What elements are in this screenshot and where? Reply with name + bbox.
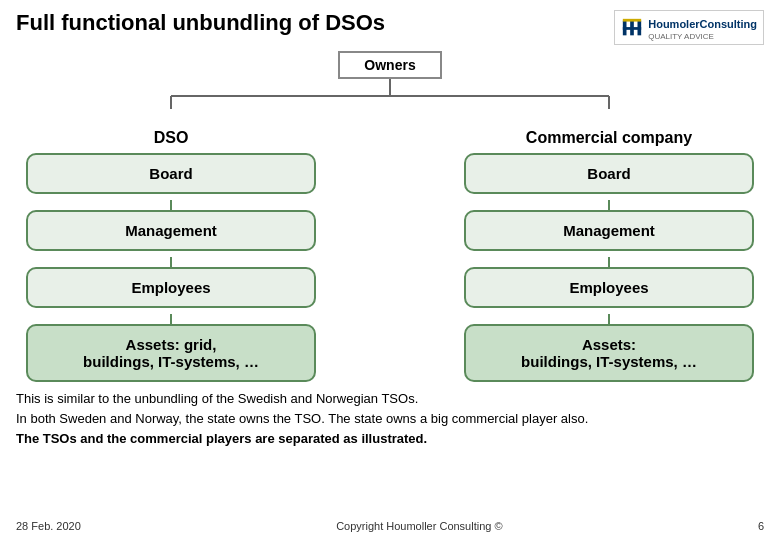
owners-label: Owners [364, 57, 415, 73]
page: Full functional unbundling of DSOs Houmo… [0, 0, 780, 540]
svg-rect-3 [623, 27, 641, 30]
dso-column: DSO Board Management Employees Ass [16, 129, 326, 388]
logo-icon [621, 17, 643, 39]
dso-employees-box: Employees [26, 267, 316, 308]
text-block-2: In both Sweden and Norway, the state own… [16, 410, 764, 428]
comm-board-label: Board [587, 165, 630, 182]
conn-right-2 [608, 257, 610, 267]
logo-name: HoumolerConsulting [648, 18, 757, 30]
dso-board-label: Board [149, 165, 192, 182]
dso-board-box: Board [26, 153, 316, 194]
text-section: This is similar to the unbundling of the… [16, 390, 764, 451]
footer: 28 Feb. 2020 Copyright Houmoller Consult… [16, 520, 764, 532]
dso-assets-box: Assets: grid,buildings, IT-systems, … [26, 324, 316, 382]
comm-employees-label: Employees [569, 279, 648, 296]
owners-area: Owners [16, 51, 764, 79]
logo: HoumolerConsulting QUALITY ADVICE [614, 10, 764, 45]
connector-line-3 [170, 314, 172, 324]
text-block-1: This is similar to the unbundling of the… [16, 390, 764, 408]
header: Full functional unbundling of DSOs Houmo… [16, 10, 764, 45]
commercial-label: Commercial company [526, 129, 692, 147]
text-block-3: The TSOs and the commercial players are … [16, 430, 764, 448]
comm-board-box: Board [464, 153, 754, 194]
owners-box: Owners [338, 51, 441, 79]
two-columns: DSO Board Management Employees Ass [16, 129, 764, 388]
comm-assets-box: Assets:buildings, IT-systems, … [464, 324, 754, 382]
connector-line-2 [170, 257, 172, 267]
dso-management-box: Management [26, 210, 316, 251]
comm-management-box: Management [464, 210, 754, 251]
footer-copyright: Copyright Houmoller Consulting © [336, 520, 502, 532]
footer-date: 28 Feb. 2020 [16, 520, 81, 532]
comm-management-label: Management [563, 222, 655, 239]
footer-page: 6 [758, 520, 764, 532]
comm-assets-label: Assets:buildings, IT-systems, … [521, 336, 697, 370]
dso-employees-label: Employees [131, 279, 210, 296]
comm-employees-box: Employees [464, 267, 754, 308]
conn-right-1 [608, 200, 610, 210]
logo-subtitle: QUALITY ADVICE [648, 32, 757, 41]
dso-management-label: Management [125, 222, 217, 239]
connector-line-1 [170, 200, 172, 210]
dso-assets-label: Assets: grid,buildings, IT-systems, … [83, 336, 259, 370]
commercial-column: Commercial company Board Management Empl… [454, 129, 764, 388]
svg-rect-4 [623, 18, 641, 21]
conn-right-3 [608, 314, 610, 324]
page-title: Full functional unbundling of DSOs [16, 10, 385, 36]
logo-text-block: HoumolerConsulting QUALITY ADVICE [648, 14, 757, 41]
diagram: Owners DSO Board Management Employe [16, 51, 764, 388]
dso-label: DSO [154, 129, 189, 147]
